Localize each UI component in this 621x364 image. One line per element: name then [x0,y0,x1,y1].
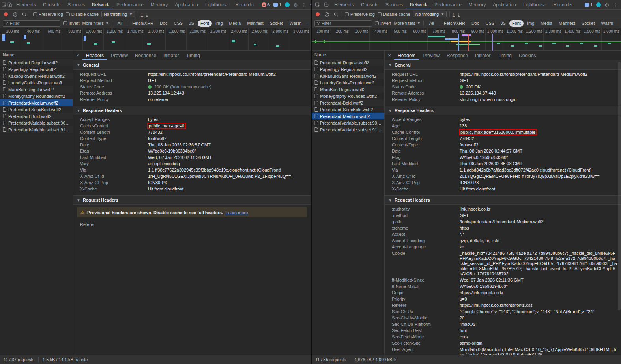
section-header-request-headers[interactable]: ▼Request Headers [73,195,311,205]
record-network-log-icon[interactable] [3,12,9,16]
issues-badge[interactable]: 1 [585,2,593,7]
panel-tab[interactable]: Memory [465,0,489,9]
details-tab[interactable]: Headers [394,51,419,60]
network-overview-timeline[interactable]: 100 ms200 ms300 ms400 ms500 ms600 ms700 … [312,28,621,51]
preserve-log-checkbox[interactable]: Preserve log [345,12,375,17]
request-row[interactable]: Pretendard-Regular.woff2 [0,59,73,66]
learn-more-link[interactable]: Learn more [226,210,248,215]
invert-checkbox[interactable]: Invert [375,21,391,26]
scrollbar-thumb[interactable] [618,62,621,310]
panel-tab[interactable]: Recorder [232,0,258,9]
section-header-response-headers[interactable]: ▼Response Headers [385,106,621,115]
filter-input[interactable] [10,21,58,26]
search-icon[interactable] [21,12,27,17]
filter-chip[interactable]: Font [198,20,212,27]
issues-badge[interactable]: 1 [273,2,281,7]
details-tab[interactable]: Response [443,51,471,60]
request-row[interactable]: LaundryGothic-Regular.woff [312,79,384,86]
panel-tab[interactable]: Lighthouse [202,0,232,9]
filter-chip[interactable]: Other [617,20,618,27]
panel-tab[interactable]: Application [489,0,520,9]
filter-chip[interactable]: Fetch/XHR [129,20,156,27]
request-row[interactable]: Pretendard-Medium.woff2 [0,99,73,106]
section-header-general[interactable]: ▼General [385,60,621,70]
transfer-size[interactable]: 4,676 kB / 4,690 kB tr [354,357,396,362]
request-row[interactable]: MaruBuri-Regular.woff2 [312,86,384,93]
request-row[interactable]: Paperlogy-Regular.woff2 [312,66,384,73]
inspect-element-icon[interactable] [2,0,7,9]
device-toolbar-icon[interactable] [7,0,13,9]
request-row[interactable]: KakaoBigSans-Regular.woff2 [312,73,384,79]
requests-count[interactable]: 11 / 37 requests [4,357,34,362]
import-har-icon[interactable]: ↑ [453,12,455,17]
panel-tab[interactable]: Sources [64,0,88,9]
panel-tab[interactable]: Application [171,0,202,9]
filter-input[interactable] [322,21,370,26]
filter-chip[interactable]: Doc [157,20,170,27]
details-tab[interactable]: Timing [494,51,515,60]
request-row[interactable]: PretendardVariable.subset.90.woff2 [312,119,384,126]
record-network-log-icon[interactable] [314,12,321,16]
details-tab[interactable]: Headers [82,51,107,60]
request-row[interactable]: Pretendard-Bold.woff2 [0,113,73,119]
filter-chip[interactable]: CSS [483,20,497,27]
details-tab[interactable]: Initiator [471,51,494,60]
name-column-header[interactable]: Name [312,51,384,59]
filter-chip[interactable]: Manifest [244,20,266,27]
invert-checkbox[interactable]: Invert [63,21,80,26]
section-header-response-headers[interactable]: ▼Response Headers [73,106,311,115]
panel-tab[interactable]: Recorder [550,0,576,9]
filter-chip[interactable]: All [426,20,437,27]
import-har-icon[interactable]: ↑ [141,12,143,17]
filter-chip[interactable]: Wasm [286,20,304,27]
panel-tab[interactable]: Performance [113,0,147,9]
search-icon[interactable] [333,12,339,17]
request-row[interactable]: Pretendard-Bold.woff2 [312,99,384,106]
panel-tab[interactable]: Performance [431,0,465,9]
details-tab[interactable]: Preview [419,51,443,60]
transfer-size[interactable]: 1.5 kB / 14.1 kB transfe [43,357,88,362]
panel-tab[interactable]: Elements [331,0,357,9]
details-tab[interactable]: Initiator [160,51,182,60]
disable-cache-checkbox[interactable]: Disable cache [66,12,99,17]
filter-chip[interactable]: CSS [171,20,185,27]
details-tab[interactable]: Cookies [515,51,539,60]
more-filters-dropdown[interactable]: More filters▼ [82,21,109,26]
filter-chip[interactable]: Socket [267,20,286,27]
extension-icon[interactable] [596,2,601,7]
section-header-general[interactable]: ▼General [73,60,311,70]
panel-tab[interactable]: Memory [147,0,171,9]
close-details-icon[interactable]: × [73,52,82,58]
extension-icon[interactable] [285,2,290,7]
filter-chip[interactable]: Other [305,20,308,27]
panel-tab[interactable]: Network [88,0,113,9]
disable-cache-checkbox[interactable]: Disable cache [378,12,410,17]
request-row[interactable]: PretendardVariable.subset.91.woff2 [0,126,73,133]
request-row[interactable]: PretendardVariable.subset.90.woff2 [0,119,73,126]
filter-chip[interactable]: JS [498,20,509,27]
request-row[interactable]: LaundryGothic-Regular.woff [0,79,73,86]
filter-chip[interactable]: Media [226,20,243,27]
panel-tab[interactable]: Console [357,0,382,9]
inspect-element-icon[interactable] [313,0,322,9]
panel-tab[interactable]: Network [406,0,431,9]
filter-chip[interactable]: Media [538,20,555,27]
clear-network-log-icon[interactable] [324,12,330,17]
filter-chip[interactable]: Wasm [598,20,616,27]
request-row[interactable]: Pretendard-SemiBold.woff2 [312,106,384,113]
kebab-menu-icon[interactable]: ⋮ [301,2,307,7]
request-row[interactable]: Moneygraphy-Rounded.woff2 [0,93,73,99]
filter-chip[interactable]: Img [524,20,537,27]
filter-chip[interactable]: All [115,20,125,27]
request-row[interactable]: MaruBuri-Regular.woff2 [0,86,73,93]
filter-chip[interactable]: Font [509,20,524,27]
export-har-icon[interactable]: ↓ [458,12,460,17]
more-filters-dropdown[interactable]: More filters▼ [394,21,421,26]
name-column-header[interactable]: Name [0,51,73,59]
export-har-icon[interactable]: ↓ [146,12,148,17]
panel-tab[interactable]: Sources [382,0,406,9]
panel-tab[interactable]: Lighthouse [520,0,550,9]
request-row[interactable]: Pretendard-Regular.woff2 [312,59,384,66]
request-row[interactable]: Moneygraphy-Rounded.woff2 [312,93,384,99]
device-toolbar-icon[interactable] [322,0,331,9]
